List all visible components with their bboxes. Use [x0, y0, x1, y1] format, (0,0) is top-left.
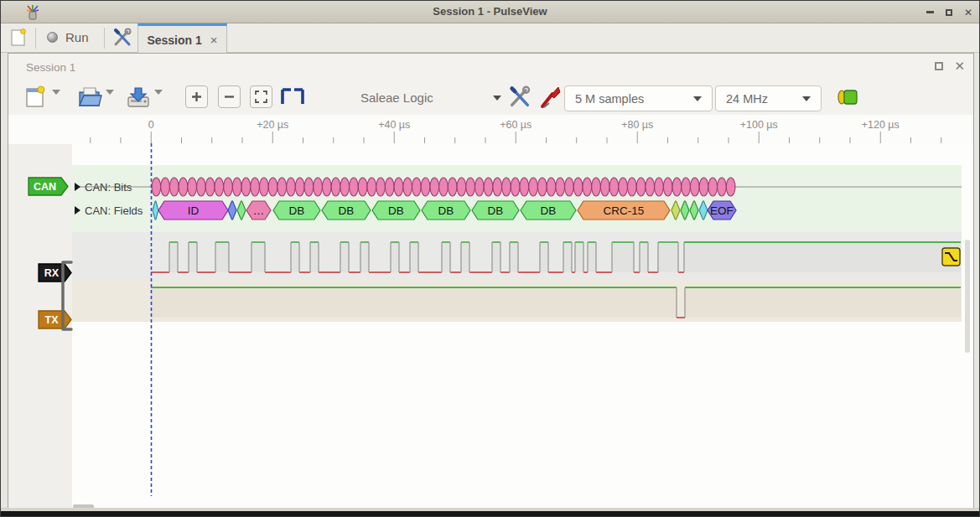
bit-annotation: [609, 178, 619, 196]
close-button[interactable]: ✕: [962, 7, 974, 18]
bit-annotation: [600, 178, 609, 196]
trigger-badge[interactable]: [942, 248, 960, 266]
bit-annotation: [529, 178, 538, 196]
bit-annotation: [215, 178, 224, 196]
bit-annotation: [672, 178, 682, 196]
bit-annotation: [322, 178, 331, 196]
channel-tag-label: CAN: [34, 181, 56, 193]
zoom-out-button[interactable]: [218, 85, 241, 108]
signal-high-fill: [340, 242, 349, 272]
signal-high-fill: [360, 242, 369, 272]
bit-annotation: [277, 178, 287, 196]
field-annotation-label: ID: [188, 204, 200, 217]
main-toolbar: Run Session 1 ×: [1, 23, 979, 53]
signal-high-fill: [492, 242, 500, 272]
signal-high-fill: [612, 242, 634, 272]
run-button[interactable]: Run: [47, 30, 89, 44]
bit-annotation: [457, 178, 466, 196]
sample-rate-combo[interactable]: 24 MHz: [715, 85, 822, 111]
tab-session-1[interactable]: Session 1 ×: [137, 23, 227, 54]
minimize-button[interactable]: [924, 7, 936, 18]
field-annotation-label: DB: [541, 204, 557, 217]
chevron-down-icon: [493, 96, 501, 101]
save-dropdown[interactable]: [154, 95, 163, 110]
bit-annotation: [331, 178, 340, 196]
signal-high-fill: [169, 242, 178, 272]
open-file-dropdown[interactable]: [106, 95, 114, 110]
new-file-icon: [23, 85, 45, 109]
bit-annotation: [295, 178, 304, 196]
chevron-down-icon: [693, 96, 702, 101]
trace-svg: 0+20 µs+40 µs+60 µs+80 µs+100 µs+120 µsI…: [8, 115, 972, 509]
ruler-label: +40 µs: [378, 119, 410, 131]
bit-annotation: [493, 178, 502, 196]
new-session-button[interactable]: [10, 28, 27, 48]
dock-close-icon[interactable]: ✕: [954, 60, 965, 72]
device-config-button[interactable]: [508, 85, 531, 112]
maximize-button[interactable]: [943, 7, 955, 18]
bit-annotation: [161, 178, 170, 196]
open-file-button[interactable]: [77, 85, 102, 112]
device-select[interactable]: Saleae Logic: [360, 85, 501, 111]
ruler-label: 0: [148, 119, 154, 131]
close-icon: ✕: [964, 7, 972, 18]
bit-annotation: [573, 178, 583, 196]
open-folder-icon: [77, 85, 102, 109]
bit-annotation: [484, 178, 493, 196]
signal-high-fill: [461, 242, 469, 272]
bit-annotation: [197, 178, 206, 196]
bit-annotation: [646, 178, 655, 196]
zoom-in-button[interactable]: [185, 85, 208, 108]
field-annotation-label: DB: [388, 204, 404, 217]
vertical-scrollbar-thumb[interactable]: [965, 240, 970, 353]
ruler-label: +120 µs: [862, 119, 900, 131]
field-annotation-label: DB: [339, 204, 355, 217]
channel-tag-rx[interactable]: RX: [39, 264, 71, 282]
channels-probe-button[interactable]: [540, 85, 562, 112]
save-button[interactable]: [126, 85, 151, 112]
field-annotation-label: …: [253, 204, 265, 217]
zoom-fit-icon: [255, 90, 267, 103]
field-annotation-label: EOF: [710, 204, 734, 217]
field-annotation-label: DB: [488, 204, 504, 217]
channel-tag-label: RX: [44, 267, 60, 279]
session-panel: Session 1 ✕: [8, 53, 974, 509]
bit-annotation: [412, 178, 422, 196]
bit-annotation: [520, 178, 529, 196]
bit-annotation: [340, 178, 350, 196]
bit-annotation: [385, 178, 394, 196]
new-file-button[interactable]: [23, 85, 45, 112]
bit-annotation: [350, 178, 359, 196]
add-decoder-button[interactable]: [837, 88, 858, 110]
tab-close-icon[interactable]: ×: [210, 34, 218, 46]
bit-annotation: [376, 178, 386, 196]
bit-annotation: [224, 178, 233, 196]
zoom-fit-button[interactable]: [250, 85, 272, 108]
new-file-dropdown[interactable]: [52, 95, 60, 110]
bit-annotation: [636, 178, 646, 196]
bit-annotation: [430, 178, 439, 196]
signal-high-fill: [685, 287, 961, 318]
bit-annotation: [718, 178, 727, 196]
toolbar-separator: [35, 28, 36, 49]
bit-annotation: [655, 178, 664, 196]
zoom-out-icon: [224, 91, 235, 102]
channel-tag-tx[interactable]: TX: [39, 311, 71, 328]
can-bits-annotations: [152, 178, 735, 196]
bit-annotation: [708, 178, 718, 196]
bit-annotation: [188, 178, 197, 196]
session-toolbar: Saleae Logic 5 M s: [8, 80, 973, 115]
settings-button[interactable]: [112, 28, 132, 48]
tx-signal: [151, 287, 961, 318]
bit-annotation: [466, 178, 475, 196]
dock-float-icon[interactable]: [935, 62, 943, 70]
signal-high-fill: [189, 242, 197, 272]
bit-annotation: [699, 178, 708, 196]
sample-count-combo[interactable]: 5 M samples: [564, 85, 713, 111]
device-label: Saleae Logic: [360, 90, 433, 105]
window-bottom-border: [1, 511, 979, 516]
signal-high-fill: [310, 242, 319, 272]
trigger-markers-button[interactable]: [280, 88, 305, 110]
channel-tag-can[interactable]: CAN: [29, 178, 68, 195]
bit-annotation: [205, 178, 215, 196]
